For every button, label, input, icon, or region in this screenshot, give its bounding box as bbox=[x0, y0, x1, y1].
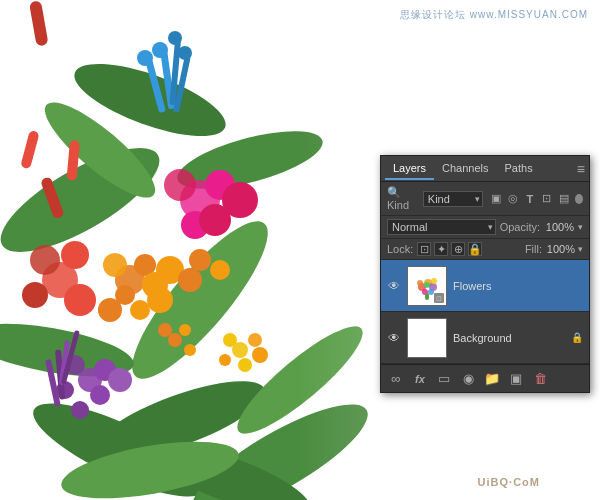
svg-point-36 bbox=[199, 204, 231, 236]
lock-row: Lock: ⊡ ✦ ⊕ 🔒 Fill: 100% ▾ bbox=[381, 239, 589, 260]
layer-item-flowers[interactable]: 👁 bbox=[381, 260, 589, 312]
layer-visibility-flowers[interactable]: 👁 bbox=[387, 279, 401, 293]
thumbnail-svg-flowers: ⊡ bbox=[408, 267, 446, 305]
svg-point-23 bbox=[179, 324, 191, 336]
lock-position-icon[interactable]: ⊕ bbox=[451, 242, 465, 256]
svg-point-27 bbox=[30, 245, 60, 275]
svg-point-22 bbox=[168, 333, 182, 347]
svg-point-77 bbox=[424, 282, 430, 288]
filter-icons: ▣ ◎ T ⊡ ▤ bbox=[489, 192, 571, 206]
fill-label: Fill: bbox=[525, 243, 542, 255]
svg-point-46 bbox=[108, 368, 132, 392]
opacity-value[interactable]: 100% bbox=[544, 221, 574, 233]
svg-point-17 bbox=[147, 287, 173, 313]
svg-point-20 bbox=[98, 298, 122, 322]
lock-paint-icon[interactable]: ✦ bbox=[434, 242, 448, 256]
svg-rect-78 bbox=[425, 293, 429, 300]
fill-value[interactable]: 100% bbox=[545, 243, 575, 255]
layers-list: 👁 bbox=[381, 260, 589, 364]
svg-point-29 bbox=[22, 282, 48, 308]
eye-icon-flowers: 👁 bbox=[388, 279, 400, 293]
svg-point-80 bbox=[431, 278, 437, 284]
tab-channels[interactable]: Channels bbox=[434, 158, 496, 180]
bottom-watermark: UiBQ·CoM bbox=[478, 476, 540, 488]
filter-smart-icon[interactable]: ▤ bbox=[557, 192, 571, 206]
layer-thumbnail-background bbox=[407, 318, 447, 358]
svg-point-56 bbox=[238, 358, 252, 372]
panel-tabs: Layers Channels Paths ≡ bbox=[381, 156, 589, 182]
svg-point-28 bbox=[61, 241, 89, 269]
panel-toolbar: ∞ fx ▭ ◉ 📁 ▣ 🗑 bbox=[381, 364, 589, 392]
thumbnail-inner-flowers: ⊡ bbox=[408, 267, 446, 305]
opacity-chevron: ▾ bbox=[578, 222, 583, 232]
filter-shape-icon[interactable]: ⊡ bbox=[540, 192, 554, 206]
svg-point-21 bbox=[210, 260, 230, 280]
lock-icons: ⊡ ✦ ⊕ 🔒 bbox=[417, 242, 482, 256]
svg-point-54 bbox=[223, 333, 237, 347]
svg-point-55 bbox=[252, 347, 268, 363]
svg-point-64 bbox=[137, 50, 153, 66]
eye-icon-background: 👁 bbox=[388, 331, 400, 345]
svg-point-63 bbox=[168, 31, 182, 45]
svg-point-32 bbox=[164, 169, 196, 201]
filter-label: 🔍 Kind bbox=[387, 186, 419, 211]
svg-text:⊡: ⊡ bbox=[436, 295, 442, 302]
layer-visibility-background[interactable]: 👁 bbox=[387, 331, 401, 345]
filter-select-wrap: Kind Name Effect Mode Attribute Color Sm… bbox=[423, 191, 483, 207]
svg-point-57 bbox=[219, 354, 231, 366]
lock-all-icon[interactable]: 🔒 bbox=[468, 242, 482, 256]
toolbar-delete-icon[interactable]: 🗑 bbox=[531, 370, 549, 388]
tab-layers[interactable]: Layers bbox=[385, 158, 434, 180]
blend-row: Normal Dissolve Multiply Screen Overlay … bbox=[381, 216, 589, 239]
svg-point-11 bbox=[103, 253, 127, 277]
svg-point-79 bbox=[417, 280, 423, 286]
toolbar-link-icon[interactable]: ∞ bbox=[387, 370, 405, 388]
filter-type-icon[interactable]: T bbox=[523, 192, 537, 206]
layer-thumbnail-flowers: ⊡ bbox=[407, 266, 447, 306]
filter-row: 🔍 Kind Kind Name Effect Mode Attribute C… bbox=[381, 182, 589, 216]
toolbar-group-icon[interactable]: 📁 bbox=[483, 370, 501, 388]
blend-select-wrap: Normal Dissolve Multiply Screen Overlay … bbox=[387, 219, 496, 235]
filter-pixel-icon[interactable]: ▣ bbox=[489, 192, 503, 206]
filter-kind-select[interactable]: Kind Name Effect Mode Attribute Color Sm… bbox=[423, 191, 483, 207]
svg-point-47 bbox=[71, 401, 89, 419]
toolbar-adjustment-icon[interactable]: ◉ bbox=[459, 370, 477, 388]
filter-adjust-icon[interactable]: ◎ bbox=[506, 192, 520, 206]
layers-panel: Layers Channels Paths ≡ 🔍 Kind Kind Name… bbox=[380, 155, 590, 393]
svg-point-53 bbox=[248, 333, 262, 347]
svg-point-62 bbox=[152, 42, 168, 58]
layer-name-background: Background bbox=[453, 332, 565, 344]
top-watermark: 思缘设计论坛 www.MISSYUAN.COM bbox=[400, 8, 588, 22]
svg-point-16 bbox=[178, 268, 202, 292]
svg-point-45 bbox=[90, 385, 110, 405]
toolbar-mask-icon[interactable]: ▭ bbox=[435, 370, 453, 388]
svg-point-65 bbox=[178, 46, 192, 60]
fill-chevron: ▾ bbox=[578, 244, 583, 254]
lock-label: Lock: bbox=[387, 243, 413, 255]
lock-badge-background: 🔒 bbox=[571, 332, 583, 343]
opacity-label: Opacity: bbox=[500, 221, 540, 233]
fill-section: Fill: 100% ▾ bbox=[525, 243, 583, 255]
layer-name-flowers: Flowers bbox=[453, 280, 583, 292]
filter-toggle-dot[interactable] bbox=[575, 194, 583, 204]
tab-paths[interactable]: Paths bbox=[497, 158, 541, 180]
svg-point-76 bbox=[428, 289, 434, 295]
blend-mode-select[interactable]: Normal Dissolve Multiply Screen Overlay … bbox=[387, 219, 496, 235]
panel-menu-icon[interactable]: ≡ bbox=[577, 161, 585, 177]
svg-point-19 bbox=[130, 300, 150, 320]
toolbar-new-icon[interactable]: ▣ bbox=[507, 370, 525, 388]
thumbnail-inner-background bbox=[408, 319, 446, 357]
svg-point-18 bbox=[189, 249, 211, 271]
svg-point-30 bbox=[64, 284, 96, 316]
lock-transparent-icon[interactable]: ⊡ bbox=[417, 242, 431, 256]
svg-point-24 bbox=[158, 323, 172, 337]
toolbar-fx-icon[interactable]: fx bbox=[411, 370, 429, 388]
layer-item-background[interactable]: 👁 Background 🔒 bbox=[381, 312, 589, 364]
svg-point-25 bbox=[184, 344, 196, 356]
